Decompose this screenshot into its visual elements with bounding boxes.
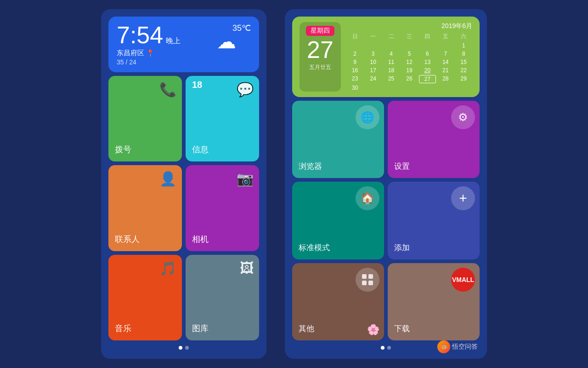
time-suffix: 晚上 <box>166 37 181 45</box>
calendar-lunar: 五月廿五 <box>306 63 334 71</box>
svg-rect-2 <box>362 281 367 285</box>
calendar-grid: 日 一 二 三 四 五 六 1 2 3 4 5 6 <box>346 32 472 92</box>
music-tile[interactable]: 🎵 音乐 <box>108 255 182 340</box>
dial-label: 拨号 <box>115 144 131 155</box>
right-dot-2 <box>387 346 391 350</box>
cal-header: 六 <box>455 32 472 41</box>
contacts-icon: 👤 <box>159 171 176 187</box>
cal-day: 23 <box>346 75 363 83</box>
right-app-grid: 🌐 浏览器 ⚙ 设置 🏠 标准模式 + 添加 🌸 <box>292 101 480 340</box>
cal-day: 8 <box>455 50 472 58</box>
cal-header: 日 <box>346 32 363 41</box>
camera-label: 相机 <box>192 234 209 245</box>
contacts-tile[interactable]: 👤 联系人 <box>108 165 182 251</box>
cal-header: 一 <box>364 32 381 41</box>
camera-tile[interactable]: 📷 相机 <box>186 165 259 251</box>
location-text: 东昌府区 <box>117 49 144 58</box>
cal-day: 19 <box>401 67 418 74</box>
cal-day <box>383 42 400 49</box>
calendar-day-name: 星期四 <box>306 26 334 36</box>
download-label: 下载 <box>394 323 410 334</box>
cal-day: 1 <box>455 42 472 49</box>
cal-header: 二 <box>383 32 400 41</box>
page-dots <box>108 344 259 351</box>
left-phone: 7:54 晚上 35℃ ☁ 东昌府区 📍 35 / 24 📞 拨号 💬 18 信… <box>101 9 266 359</box>
music-label: 音乐 <box>115 323 131 334</box>
cal-day: 2 <box>346 50 363 58</box>
message-badge: 18 <box>192 80 202 90</box>
other-icon <box>356 268 379 292</box>
cal-day: 6 <box>419 50 436 58</box>
right-dot-1 <box>381 346 384 350</box>
camera-icon: 📷 <box>237 171 254 187</box>
standard-mode-tile[interactable]: 🏠 标准模式 <box>292 182 384 259</box>
cal-day: 15 <box>455 58 472 66</box>
cal-day: 5 <box>401 50 418 58</box>
cal-day: 17 <box>364 67 381 74</box>
dial-tile[interactable]: 📞 拨号 <box>108 76 182 161</box>
watermark: 🐵 悟空问答 <box>437 340 478 353</box>
cal-day <box>364 42 381 49</box>
dot-2 <box>185 346 189 350</box>
watermark-text: 悟空问答 <box>452 343 478 351</box>
cal-day: 10 <box>364 58 381 66</box>
contacts-label: 联系人 <box>115 234 140 245</box>
cal-day: 24 <box>364 75 381 83</box>
home-icon: 🏠 <box>356 186 379 210</box>
dot-1 <box>179 346 182 350</box>
cal-header: 四 <box>419 32 436 41</box>
add-tile[interactable]: + 添加 <box>388 182 480 259</box>
cal-day: 4 <box>383 50 400 58</box>
download-tile[interactable]: VMALL 下载 <box>388 263 480 340</box>
gallery-tile[interactable]: 🖼 图库 <box>186 255 259 340</box>
cal-header: 五 <box>437 32 454 41</box>
calendar-widget: 星期四 27 五月廿五 2019年6月 日 一 二 三 四 五 六 <box>292 17 480 97</box>
time-display: 7:54 <box>117 23 163 47</box>
other-tile[interactable]: 🌸 其他 <box>292 263 384 340</box>
cal-day: 21 <box>437 67 454 74</box>
message-tile[interactable]: 💬 18 信息 <box>186 76 259 161</box>
settings-icon: ⚙ <box>451 105 475 129</box>
cal-day: 14 <box>437 58 454 66</box>
calendar-month: 2019年6月 <box>346 22 472 30</box>
cal-day: 12 <box>401 58 418 66</box>
browser-tile[interactable]: 🌐 浏览器 <box>292 101 384 178</box>
message-label: 信息 <box>192 144 209 155</box>
cal-day: 3 <box>364 50 381 58</box>
cal-day <box>437 42 454 49</box>
temp-range: 35 / 24 <box>117 58 251 66</box>
cal-day: 25 <box>383 75 400 83</box>
cal-day: 20 <box>419 67 436 74</box>
cal-day <box>419 42 436 49</box>
phone-icon: 📞 <box>159 81 176 98</box>
cal-day: 9 <box>346 58 363 66</box>
cloud-icon: ☁ <box>217 30 236 53</box>
cal-day: 28 <box>437 75 454 83</box>
cal-day: 13 <box>419 58 436 66</box>
svg-rect-3 <box>368 281 373 285</box>
cal-day: 18 <box>383 67 400 74</box>
svg-rect-0 <box>362 274 367 279</box>
calendar-day-number: 27 <box>306 38 334 62</box>
gallery-icon: 🖼 <box>240 260 254 276</box>
download-icon: VMALL <box>451 268 475 292</box>
location-pin-icon: 📍 <box>146 49 155 58</box>
browser-label: 浏览器 <box>299 161 322 172</box>
cal-day: 26 <box>401 75 418 83</box>
add-label: 添加 <box>394 242 410 253</box>
cal-day <box>346 42 363 49</box>
calendar-left: 星期四 27 五月廿五 <box>300 22 341 92</box>
message-icon: 💬 <box>237 81 254 98</box>
browser-icon: 🌐 <box>356 105 379 129</box>
cal-day <box>401 42 418 49</box>
settings-tile[interactable]: ⚙ 设置 <box>388 101 480 178</box>
gallery-label: 图库 <box>192 323 209 334</box>
calendar-right: 2019年6月 日 一 二 三 四 五 六 1 2 3 <box>346 22 472 92</box>
weather-widget: 7:54 晚上 35℃ ☁ 东昌府区 📍 35 / 24 <box>108 17 259 72</box>
other-label: 其他 <box>299 323 314 334</box>
add-icon: + <box>451 186 475 210</box>
settings-label: 设置 <box>394 161 410 172</box>
standard-label: 标准模式 <box>299 242 330 253</box>
cal-day: 29 <box>455 75 472 83</box>
cal-day: 16 <box>346 67 363 74</box>
